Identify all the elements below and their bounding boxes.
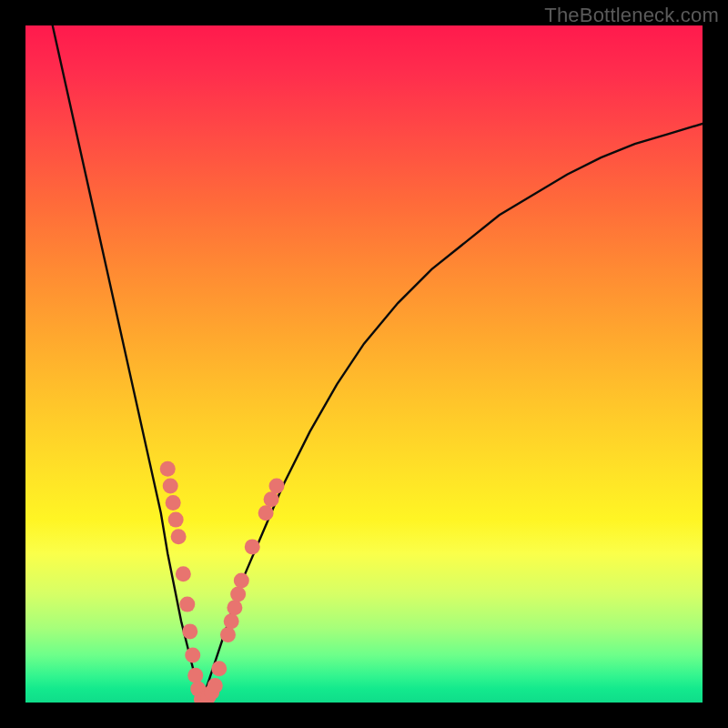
data-marker bbox=[182, 623, 197, 639]
data-marker bbox=[168, 512, 184, 528]
data-marker bbox=[166, 495, 181, 511]
data-marker bbox=[171, 529, 187, 544]
plot-area bbox=[25, 25, 703, 703]
watermark-text: TheBottleneck.com bbox=[544, 4, 719, 27]
data-marker bbox=[160, 461, 176, 477]
data-marker bbox=[234, 573, 249, 589]
data-marker bbox=[245, 539, 260, 554]
chart-svg bbox=[25, 25, 703, 703]
data-marker bbox=[230, 586, 246, 602]
data-marker bbox=[185, 647, 200, 662]
data-marker bbox=[207, 678, 223, 693]
data-marker bbox=[179, 597, 195, 612]
data-marker bbox=[227, 600, 242, 615]
data-marker bbox=[163, 478, 178, 493]
data-marker bbox=[176, 566, 191, 581]
data-marker bbox=[187, 668, 203, 683]
data-marker bbox=[224, 613, 239, 629]
data-marker bbox=[258, 505, 274, 521]
data-marker bbox=[211, 661, 227, 676]
data-marker bbox=[220, 627, 236, 642]
data-marker bbox=[264, 491, 279, 507]
curve-left bbox=[53, 25, 202, 703]
chart-frame: TheBottleneck.com bbox=[0, 0, 728, 728]
data-marker bbox=[269, 478, 285, 493]
curve-right bbox=[201, 124, 703, 703]
marker-layer bbox=[160, 461, 285, 703]
